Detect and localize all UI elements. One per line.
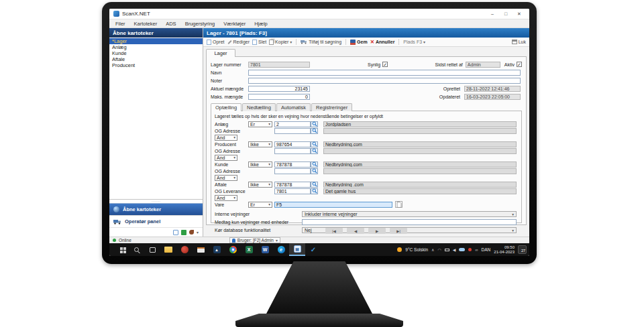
menu-kartoteker[interactable]: Kartoteker [134,21,158,27]
tray-chevron-icon[interactable]: ∧ [431,247,434,252]
slet-button[interactable]: Slet [252,40,266,45]
medtag-field[interactable] [302,219,517,225]
weather-text[interactable]: 9°C Solskin [405,247,428,252]
mail-button[interactable] [193,243,209,256]
gem-button[interactable]: Gem [350,40,368,45]
taskbar-app-2[interactable]: ▲ [209,243,225,256]
word-button[interactable]: W [257,243,273,256]
sidebar-item-producent[interactable]: Producent [109,62,203,68]
condition-value-input[interactable] [274,148,311,154]
scanx-taskbar-button[interactable]: ▤ [289,243,305,256]
file-explorer-button[interactable] [160,243,176,256]
search-icon[interactable] [311,168,318,174]
menu-brugerstyring[interactable]: Brugerstyring [185,21,215,27]
open-kartoteker-button[interactable]: Åbne kartoteker [109,203,203,215]
menu-vaerktojer[interactable]: Værktøjer [223,21,246,27]
condition-value-input[interactable] [274,161,311,168]
noter-field[interactable] [248,78,521,84]
search-icon[interactable] [311,121,318,127]
condition-value-input[interactable] [274,182,311,188]
chevron-down-icon[interactable]: ▾ [197,230,199,235]
sidebar-item-lager[interactable]: *Lager [109,38,203,44]
aktiv-checkbox[interactable]: ✓ [517,62,522,67]
search-button[interactable] [128,243,144,256]
condition-value-input[interactable] [274,121,311,127]
aktiv-label: Aktiv [504,62,515,67]
document-icon[interactable] [173,230,178,235]
edge-button[interactable]: e [273,243,289,256]
start-button[interactable] [112,243,128,256]
close-button[interactable]: ✕ [513,10,525,18]
user-selector[interactable]: Bruger: [F2] Admin ▾ [229,237,280,243]
tray-calendar-icon[interactable]: 27 [518,245,527,254]
search-icon[interactable] [311,148,318,154]
opret-button[interactable]: Opret [207,40,225,45]
condition-value-input[interactable] [274,141,311,147]
maximize-button[interactable]: □ [500,10,512,18]
chrome-button[interactable] [225,243,241,256]
onedrive-icon[interactable] [459,248,465,251]
sidebar-item-anlaeg[interactable]: Anlæg [109,44,203,50]
maks-maengde-field[interactable] [248,94,310,100]
vare-value-input[interactable] [274,202,392,208]
taskbar-app-3[interactable]: ✓ [305,243,321,256]
operator-select[interactable]: Ikke▾ [248,182,272,188]
menu-ads[interactable]: ADS [166,21,176,27]
sidebar-item-aftale[interactable]: Aftale [109,56,203,62]
previous-record-button[interactable]: ◀ [347,228,364,234]
last-record-button[interactable]: ▶| [390,228,407,234]
and-select[interactable]: And▾ [215,175,237,181]
navn-field[interactable] [248,70,521,76]
operator-panel-button[interactable]: Operatør panel [109,215,203,227]
excel-button[interactable]: X [241,243,257,256]
menu-bar: Filer Kartoteker ADS Brugerstyring Værkt… [109,19,529,28]
condition-value-input[interactable] [274,168,311,174]
synlig-checkbox[interactable]: ✓ [382,62,388,67]
condition-value-input[interactable] [274,188,311,194]
new-item-icon[interactable] [395,201,402,208]
first-record-button[interactable]: |◀ [325,228,343,234]
brush-icon[interactable] [189,230,194,235]
task-view-button[interactable] [144,243,160,256]
tray-network-icon[interactable]: ◠ [437,247,441,252]
rediger-button[interactable]: Rediger [227,40,250,44]
operator-select[interactable]: Ikke▾ [248,161,272,168]
status-green-icon[interactable] [181,230,186,235]
tab-lager[interactable]: Lager [206,49,235,57]
menu-filer[interactable]: Filer [115,21,125,27]
plads-dropdown[interactable]: PladsF3▾ [403,40,425,44]
kopier-button[interactable]: Kopier▾ [269,40,292,45]
search-icon[interactable] [311,128,318,134]
tray-battery-icon[interactable] [445,249,449,251]
tab-registreringer[interactable]: Registreringer [311,103,352,111]
tab-optaelling[interactable]: Optælling [211,103,241,111]
menu-hjaelp[interactable]: Hjælp [254,21,268,27]
taskbar-app-1[interactable] [176,243,193,256]
tab-automatisk[interactable]: Automatisk [276,103,311,111]
tilfoj-button[interactable]: Tilføj til søgning [301,40,341,44]
search-icon[interactable] [311,161,318,168]
operator-select[interactable]: Er▾ [248,202,272,208]
search-icon[interactable] [311,182,318,188]
sidebar-item-kunde[interactable]: Kunde [109,50,203,56]
annuller-button[interactable]: ✕Annuller [370,39,395,45]
interne-dropdown[interactable]: Inkluder interne vejninger▾ [302,211,517,217]
and-select[interactable]: And▾ [215,135,237,141]
operator-select[interactable]: Ikke▾ [248,141,272,147]
minimize-button[interactable]: – [486,10,498,18]
tray-volume-icon[interactable]: ◀ [453,247,456,252]
next-record-button[interactable]: ▶ [368,228,386,234]
language-indicator[interactable]: DAN [482,247,491,252]
search-icon[interactable] [311,141,318,147]
and-select[interactable]: And▾ [215,155,237,161]
and-select[interactable]: And▾ [215,195,237,201]
tab-nedtaelling[interactable]: Nedtælling [242,103,276,111]
tray-red-icon[interactable] [468,248,472,251]
condition-value-input[interactable] [274,128,311,134]
operator-select[interactable]: Er▾ [248,121,272,127]
aktuel-maengde-field[interactable] [248,86,310,92]
search-icon[interactable] [311,188,318,194]
tray-link-icon[interactable]: ∞ [475,248,478,252]
taskbar-clock[interactable]: 09:50 21-04-2023 [494,245,515,254]
luk-button[interactable]: Luk [512,40,526,44]
